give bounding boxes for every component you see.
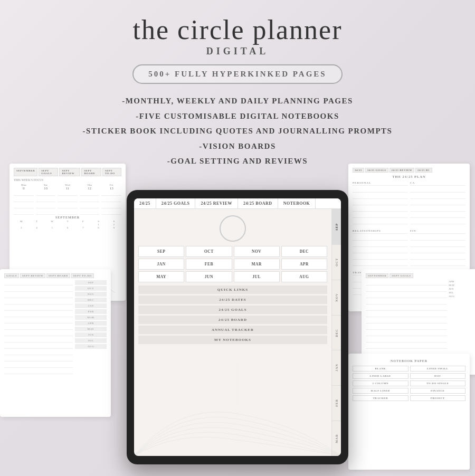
side-tab-sep[interactable]: SEP bbox=[332, 209, 341, 244]
date-13: 13 bbox=[101, 186, 121, 191]
ql-annual-tracker[interactable]: ANNUAL TRACKER bbox=[138, 326, 327, 334]
side-tab-dec[interactable]: DEC bbox=[332, 315, 341, 350]
side-feb: FEB bbox=[75, 309, 107, 314]
side-sep: SEP bbox=[75, 280, 107, 285]
side-tab-nov[interactable]: NOV bbox=[332, 280, 341, 315]
tablet-body: SEP OCT NOV DEC JAN FEB MAR APR MAY JUN … bbox=[134, 209, 341, 456]
side-jun: JUN bbox=[75, 332, 107, 337]
features-list: -MONTHLY, WEEKLY AND DAILY PLANNING PAGE… bbox=[83, 93, 393, 169]
month-sep[interactable]: SEP bbox=[138, 246, 184, 257]
month-aug[interactable]: AUG bbox=[281, 271, 327, 282]
side-apr: APR bbox=[75, 321, 107, 326]
feature-5: -GOAL SETTING AND REVIEWS bbox=[83, 154, 393, 169]
side-dec: DEC bbox=[75, 298, 107, 302]
ql-quick-links[interactable]: QUICK LINKS bbox=[138, 285, 327, 294]
side-jan: JAN bbox=[75, 303, 107, 308]
side-mar: MAR bbox=[75, 315, 107, 320]
nb-tracker: TRACKER bbox=[353, 395, 408, 401]
side-tab-oct[interactable]: OCT bbox=[332, 244, 341, 280]
right-top-title: THE 24/25 PLAN bbox=[353, 175, 466, 178]
tablet-screen: 24/25 24/25 GOALS 24/25 REVIEW 24/25 BOA… bbox=[134, 198, 341, 456]
side-jul: JUL bbox=[75, 338, 107, 343]
feature-2: -FIVE CUSTOMISABLE DIGITAL NOTEBOOKS bbox=[83, 109, 393, 124]
section-ca: CA bbox=[410, 182, 466, 186]
left-tab-2: SEPT GOALS bbox=[39, 168, 58, 176]
left-tab-3: SEPT REVIEW bbox=[59, 168, 80, 176]
ql-goals[interactable]: 24/25 GOALS bbox=[138, 306, 327, 314]
nb-half: HALF LINED bbox=[353, 388, 408, 394]
month-may[interactable]: MAY bbox=[138, 271, 184, 282]
nb-todo: TO-DO SINGLE bbox=[410, 380, 466, 386]
side-oct: OCT bbox=[75, 286, 107, 291]
month-apr[interactable]: APR bbox=[281, 259, 327, 270]
date-10: 10 bbox=[36, 186, 56, 191]
month-mar[interactable]: MAR bbox=[234, 259, 280, 270]
nb-project: PROJECT bbox=[410, 395, 466, 401]
left-bot-tab-3: SEPT BOARD bbox=[46, 273, 70, 278]
ql-dates[interactable]: 24/25 DATES bbox=[138, 296, 327, 304]
section-fin: FIN bbox=[410, 230, 466, 234]
side-tab-mar[interactable]: MAR bbox=[332, 421, 341, 456]
date-11: 11 bbox=[58, 186, 78, 191]
side-may: MAY bbox=[75, 327, 107, 331]
quick-links: QUICK LINKS 24/25 DATES 24/25 GOALS 24/2… bbox=[138, 285, 327, 344]
main-title: the circle planner bbox=[133, 15, 343, 45]
date-12: 12 bbox=[80, 186, 100, 191]
badge: 500+ FULLY HYPERKINKED PAGES bbox=[132, 64, 342, 84]
left-tab-5: SEPT TO-DO bbox=[102, 168, 121, 176]
month-feb[interactable]: FEB bbox=[186, 259, 232, 270]
notebook-title: NOTEBOOK PAPER bbox=[353, 359, 466, 363]
nb-lined-small: LINED SMALL bbox=[410, 366, 466, 372]
mini-cal-title: SEPTEMBER bbox=[14, 216, 121, 219]
left-tab-1: SEPTEMBER bbox=[14, 168, 37, 176]
month-dec[interactable]: DEC bbox=[281, 246, 327, 257]
tablet-main: SEP OCT NOV DEC JAN FEB MAR APR MAY JUN … bbox=[134, 209, 331, 456]
nb-dot: DOT bbox=[410, 373, 466, 379]
ql-notebooks[interactable]: MY NOTEBOOKS bbox=[138, 336, 327, 344]
ql-board[interactable]: 24/25 BOARD bbox=[138, 316, 327, 324]
tab-notebook[interactable]: NOTEBOOK bbox=[278, 198, 316, 208]
tab-review[interactable]: 24/25 REVIEW bbox=[195, 198, 238, 208]
month-jul[interactable]: JUL bbox=[234, 271, 280, 282]
subtitle: DIGITAL bbox=[206, 46, 269, 57]
feature-1: -MONTHLY, WEEKLY AND DAILY PLANNING PAGE… bbox=[83, 93, 393, 109]
tab-2425[interactable]: 24/25 bbox=[134, 198, 156, 208]
tablet: 24/25 24/25 GOALS 24/25 REVIEW 24/25 BOA… bbox=[127, 190, 348, 464]
date-9: 9 bbox=[14, 186, 34, 191]
tablet-side-tabs: SEP OCT NOV DEC JAN FEB MAR bbox=[331, 209, 341, 456]
section-rel: RELATIONSHIPS bbox=[353, 230, 408, 234]
circle-logo bbox=[220, 215, 246, 242]
bg-page-left-bottom: GOALS SEPT REVIEW SEPT BOARD SEPT TO-DO … bbox=[0, 269, 111, 417]
left-bot-tab-4: SEPT TO-DO bbox=[71, 273, 94, 278]
bg-page-right-bottom: NOTEBOOK PAPER BLANK LINED SMALL LINED L… bbox=[348, 354, 470, 470]
main-content: the circle planner DIGITAL 500+ FULLY HY… bbox=[0, 0, 475, 169]
nb-lined-large: LINED LARGE bbox=[353, 373, 408, 379]
focus-label: THIS WEEK'S FOCUS bbox=[14, 178, 121, 182]
mockup-area: SEPTEMBER SEPT GOALS SEPT REVIEW SEPT BO… bbox=[0, 164, 475, 475]
side-aug: AUG bbox=[75, 344, 107, 349]
feature-4: -VISION BOARDS bbox=[83, 139, 393, 154]
section-personal: PERSONAL bbox=[353, 182, 408, 186]
left-tab-4: SEPT BOARD bbox=[81, 168, 101, 176]
month-grid: SEP OCT NOV DEC JAN FEB MAR APR MAY JUN … bbox=[138, 246, 327, 282]
tab-goals[interactable]: 24/25 GOALS bbox=[156, 198, 196, 208]
side-tab-jan[interactable]: JAN bbox=[332, 350, 341, 385]
nb-blank: BLANK bbox=[353, 366, 408, 372]
left-bot-tab-1: GOALS bbox=[4, 273, 19, 278]
nb-finance: FINANCE bbox=[410, 388, 466, 394]
side-tab-feb[interactable]: FEB bbox=[332, 385, 341, 421]
tablet-tabs: 24/25 24/25 GOALS 24/25 REVIEW 24/25 BOA… bbox=[134, 198, 341, 209]
left-bot-tab-2: SEPT REVIEW bbox=[20, 273, 45, 278]
month-nov[interactable]: NOV bbox=[234, 246, 280, 257]
nb-2col: 2 COLUMN bbox=[353, 380, 408, 386]
feature-3: -STICKER BOOK INCLUDING QUOTES AND JOURN… bbox=[83, 123, 393, 139]
tab-board[interactable]: 24/25 BOARD bbox=[238, 198, 278, 208]
month-jun[interactable]: JUN bbox=[186, 271, 232, 282]
month-oct[interactable]: OCT bbox=[186, 246, 232, 257]
side-nov: NOV bbox=[75, 292, 107, 297]
month-jan[interactable]: JAN bbox=[138, 259, 184, 270]
